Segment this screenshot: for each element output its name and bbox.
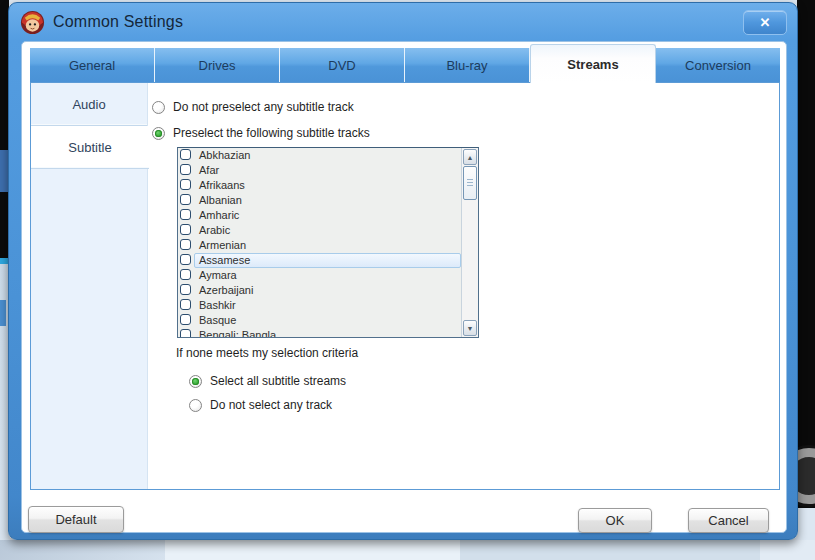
default-button[interactable]: Default [28, 506, 124, 533]
language-row[interactable]: Afar [178, 163, 461, 178]
tab-label: Drives [199, 58, 236, 73]
language-row[interactable]: Afrikaans [178, 178, 461, 193]
language-checkbox[interactable] [180, 239, 191, 250]
language-label: Amharic [199, 209, 239, 221]
tab-label: Blu-ray [446, 58, 487, 73]
language-row[interactable]: Amharic [178, 208, 461, 223]
scroll-up-icon: ▲ [467, 154, 474, 161]
background-band [460, 540, 760, 560]
tab-bar: GeneralDrivesDVDBlu-rayStreamsConversion [30, 48, 780, 82]
background-left-tick [0, 300, 6, 326]
sidebar-item-audio[interactable]: Audio [31, 83, 147, 126]
language-label: Armenian [199, 239, 246, 251]
radio-indicator[interactable] [152, 127, 165, 140]
tab-general[interactable]: General [30, 48, 155, 82]
sidebar-item-label: Audio [72, 97, 105, 112]
tab-streams[interactable]: Streams [530, 44, 656, 83]
tab-label: DVD [328, 58, 355, 73]
radio-indicator[interactable] [189, 399, 202, 412]
radio-indicator[interactable] [189, 375, 202, 388]
subtitle-settings-panel: Do not preselect any subtitle track Pres… [149, 83, 779, 489]
language-label: Aymara [199, 269, 237, 281]
language-label: Abkhazian [199, 149, 250, 161]
radio-label: Select all subtitle streams [210, 374, 346, 388]
language-checkbox[interactable] [180, 314, 191, 325]
language-checkbox[interactable] [180, 179, 191, 190]
tab-conversion[interactable]: Conversion [656, 48, 780, 82]
close-icon: ✕ [760, 16, 771, 29]
language-row[interactable]: Abkhazian [178, 148, 461, 163]
scroll-down-button[interactable]: ▼ [463, 320, 477, 336]
sidebar-item-label: Subtitle [68, 140, 111, 155]
language-row[interactable]: Bengali; Bangla [178, 328, 461, 337]
language-label: Bengali; Bangla [199, 329, 276, 337]
tab-blu-ray[interactable]: Blu-ray [405, 48, 530, 82]
tab-label: Streams [567, 57, 618, 72]
background-band [0, 540, 165, 560]
language-row[interactable]: Aymara [178, 268, 461, 283]
radio-label: Preselect the following subtitle tracks [173, 126, 370, 140]
language-label: Arabic [199, 224, 230, 236]
language-label: Afar [199, 164, 219, 176]
language-checkbox[interactable] [180, 299, 191, 310]
radio-indicator[interactable] [152, 101, 165, 114]
language-label: Azerbaijani [199, 284, 253, 296]
close-button[interactable]: ✕ [743, 10, 787, 35]
background-band [165, 540, 460, 560]
language-row[interactable]: Armenian [178, 238, 461, 253]
scrollbar-thumb[interactable] [463, 166, 477, 200]
language-label: Afrikaans [199, 179, 245, 191]
ok-button[interactable]: OK [578, 508, 652, 533]
language-label: Albanian [199, 194, 242, 206]
radio-label: Do not preselect any subtitle track [173, 100, 354, 114]
language-rows: AbkhazianAfarAfrikaansAlbanianAmharicAra… [178, 148, 461, 337]
language-row[interactable]: Albanian [178, 193, 461, 208]
language-checkbox[interactable] [180, 329, 191, 337]
language-label: Bashkir [199, 299, 236, 311]
cancel-button[interactable]: Cancel [688, 508, 769, 533]
background-right-strip [797, 0, 815, 508]
language-checkbox[interactable] [180, 194, 191, 205]
title-bar[interactable]: Common Settings ✕ [9, 3, 797, 41]
dialog-title: Common Settings [53, 13, 183, 31]
tab-dvd[interactable]: DVD [280, 48, 405, 82]
language-checkbox[interactable] [180, 149, 191, 160]
radio-option-no-preselect[interactable]: Do not preselect any subtitle track [152, 100, 354, 114]
language-checkbox[interactable] [180, 209, 191, 220]
language-checkbox[interactable] [180, 224, 191, 235]
streams-tab-page: AudioSubtitle Do not preselect any subti… [30, 82, 780, 490]
language-row[interactable]: Azerbaijani [178, 283, 461, 298]
radio-label: Do not select any track [210, 398, 332, 412]
tab-label: General [69, 58, 115, 73]
language-checkbox[interactable] [180, 254, 191, 265]
scroll-up-button[interactable]: ▲ [463, 149, 477, 165]
common-settings-dialog: Common Settings ✕ GeneralDrivesDVDBlu-ra… [8, 2, 798, 540]
language-row[interactable]: Arabic [178, 223, 461, 238]
tab-label: Conversion [685, 58, 751, 73]
language-checkbox[interactable] [180, 284, 191, 295]
language-row[interactable]: Bashkir [178, 298, 461, 313]
language-row[interactable]: Assamese [178, 253, 461, 268]
subtitle-language-list[interactable]: AbkhazianAfarAfrikaansAlbanianAmharicAra… [177, 147, 479, 338]
language-checkbox[interactable] [180, 164, 191, 175]
list-scrollbar[interactable]: ▲ ▼ [461, 148, 478, 337]
language-label: Basque [199, 314, 236, 326]
sidebar-item-subtitle[interactable]: Subtitle [31, 126, 149, 169]
dialog-body: GeneralDrivesDVDBlu-rayStreamsConversion… [21, 41, 787, 533]
language-row[interactable]: Basque [178, 313, 461, 328]
scroll-down-icon: ▼ [467, 325, 474, 332]
language-checkbox[interactable] [180, 269, 191, 280]
language-label: Assamese [199, 254, 250, 266]
app-icon [20, 10, 45, 35]
radio-option-preselect-tracks[interactable]: Preselect the following subtitle tracks [152, 126, 370, 140]
tab-drives[interactable]: Drives [155, 48, 280, 82]
radio-option-select-all-streams[interactable]: Select all subtitle streams [189, 374, 346, 388]
radio-option-no-select-track[interactable]: Do not select any track [189, 398, 332, 412]
fallback-criteria-label: If none meets my selection criteria [176, 346, 358, 360]
background-band [760, 540, 815, 560]
sidebar: AudioSubtitle [31, 83, 148, 489]
